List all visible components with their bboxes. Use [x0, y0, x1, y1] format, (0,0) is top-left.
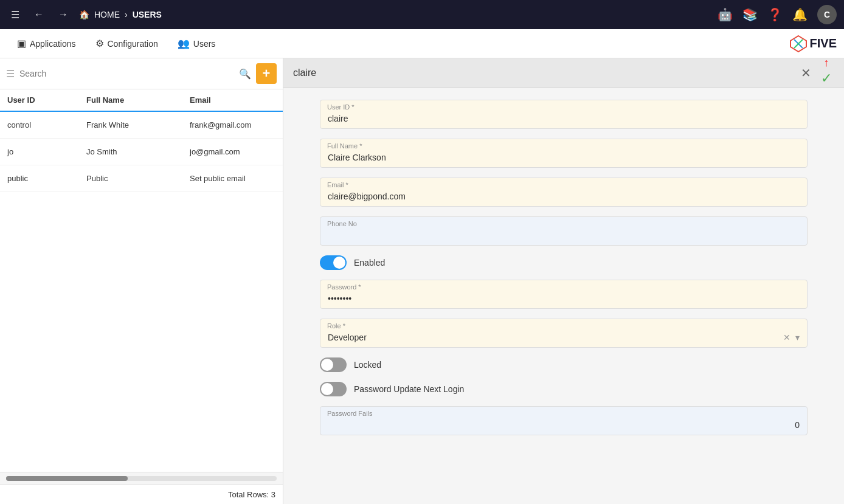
- total-rows-label: Total Rows: 3: [228, 490, 275, 499]
- forward-button[interactable]: →: [55, 7, 72, 22]
- role-field: Role * Developer ✕ ▾: [320, 319, 808, 348]
- password-input[interactable]: [320, 280, 808, 309]
- cell-email: Set public email: [182, 174, 283, 183]
- fullname-input[interactable]: [320, 139, 808, 168]
- password-field: Password *: [320, 280, 808, 309]
- breadcrumb: 🏠 HOME › USERS: [79, 10, 162, 19]
- add-button[interactable]: +: [256, 63, 277, 84]
- email-input[interactable]: [320, 178, 808, 207]
- cell-userid: control: [0, 120, 79, 129]
- password-update-label: Password Update Next Login: [354, 384, 464, 394]
- avatar[interactable]: C: [817, 5, 837, 24]
- table-row[interactable]: control Frank White frank@gmail.com: [0, 112, 283, 139]
- menu-button[interactable]: ☰: [7, 7, 23, 23]
- password-label: Password *: [327, 283, 361, 291]
- home-icon: 🏠: [79, 10, 89, 19]
- cell-fullname: Frank White: [79, 120, 182, 129]
- col-header-email: Email: [182, 95, 283, 105]
- cell-fullname: Public: [79, 174, 182, 183]
- password-update-row: Password Update Next Login: [320, 382, 808, 396]
- table-footer: Total Rows: 3: [0, 485, 283, 504]
- table-row[interactable]: public Public Set public email: [0, 165, 283, 192]
- userid-field: User ID *: [320, 100, 808, 129]
- email-label: Email *: [327, 181, 348, 188]
- robot-icon[interactable]: 🤖: [718, 7, 733, 22]
- role-clear-icon[interactable]: ✕: [783, 333, 790, 342]
- toggle-knob-locked: [321, 359, 333, 371]
- role-value: Developer: [328, 333, 783, 342]
- locked-row: Locked: [320, 357, 808, 372]
- phone-field: Phone No: [320, 216, 808, 246]
- enabled-toggle[interactable]: [320, 255, 347, 270]
- form-area: User ID * Full Name * Email *: [283, 88, 844, 504]
- password-update-toggle[interactable]: [320, 382, 347, 396]
- table-header: User ID Full Name Email: [0, 89, 283, 112]
- bell-icon[interactable]: 🔔: [792, 7, 808, 22]
- email-field: Email *: [320, 178, 808, 207]
- right-panel: claire ✕ ↑ ✓ User ID * Full N: [283, 58, 844, 504]
- red-arrow: ↑: [824, 57, 829, 68]
- sidebar-item-applications[interactable]: ▣ Applications: [7, 29, 86, 58]
- table-row[interactable]: jo Jo Smith jo@gmail.com: [0, 139, 283, 165]
- sidebar-item-users[interactable]: 👥 Users: [168, 29, 226, 58]
- breadcrumb-separator: ›: [125, 10, 128, 19]
- books-icon[interactable]: 📚: [742, 7, 758, 22]
- header-actions: ✕ ↑ ✓: [798, 57, 834, 89]
- record-title: claire: [293, 67, 798, 78]
- col-header-fullname: Full Name: [79, 95, 182, 105]
- cell-userid: public: [0, 174, 79, 183]
- password-fails-label: Password Fails: [327, 410, 373, 417]
- locked-toggle[interactable]: [320, 357, 347, 372]
- horizontal-scrollbar[interactable]: [6, 476, 277, 481]
- sub-nav: ▣ Applications ⚙ Configuration 👥 Users F…: [0, 29, 844, 58]
- fullname-field: Full Name *: [320, 139, 808, 168]
- search-bar: ☰ 🔍 +: [0, 58, 283, 89]
- scrollbar-thumb[interactable]: [6, 476, 128, 481]
- cell-userid: jo: [0, 147, 79, 156]
- cell-email: frank@gmail.com: [182, 120, 283, 129]
- five-logo-area: FIVE: [789, 35, 837, 53]
- password-fails-field: Password Fails 0: [320, 406, 808, 435]
- configuration-label: Configuration: [108, 39, 158, 49]
- table-body: control Frank White frank@gmail.com jo J…: [0, 112, 283, 292]
- sidebar-item-configuration[interactable]: ⚙ Configuration: [86, 29, 168, 58]
- cell-email: jo@gmail.com: [182, 147, 283, 156]
- left-panel: ☰ 🔍 + User ID Full Name Email control Fr…: [0, 58, 283, 504]
- phone-label: Phone No: [327, 220, 357, 227]
- save-button[interactable]: ✓: [818, 68, 834, 89]
- five-logo-text: FIVE: [810, 36, 837, 50]
- search-input[interactable]: [19, 69, 234, 78]
- phone-input[interactable]: [320, 216, 808, 246]
- userid-input[interactable]: [320, 100, 808, 129]
- users-label: Users: [193, 39, 216, 49]
- back-button[interactable]: ←: [30, 7, 47, 22]
- five-logo-icon: [789, 35, 808, 53]
- userid-label: User ID *: [327, 103, 355, 111]
- toggle-knob: [333, 257, 345, 269]
- role-dropdown-icon[interactable]: ▾: [795, 333, 800, 342]
- top-nav-actions: 🤖 📚 ❓ 🔔 C: [718, 5, 837, 24]
- applications-label: Applications: [30, 39, 76, 49]
- users-label: USERS: [133, 10, 162, 19]
- fullname-label: Full Name *: [327, 142, 362, 150]
- right-header: claire ✕ ↑ ✓: [283, 58, 844, 88]
- locked-label: Locked: [354, 360, 381, 370]
- horizontal-scrollbar-area: [0, 472, 283, 485]
- enabled-label: Enabled: [354, 258, 385, 268]
- close-button[interactable]: ✕: [798, 63, 814, 83]
- toggle-knob-pwupdate: [321, 383, 333, 395]
- search-icon[interactable]: 🔍: [239, 68, 251, 80]
- cell-fullname: Jo Smith: [79, 147, 182, 156]
- password-fails-value: 0: [795, 420, 800, 430]
- enabled-row: Enabled: [320, 255, 808, 270]
- users-icon: 👥: [178, 38, 190, 49]
- col-header-userid: User ID: [0, 95, 79, 105]
- configuration-icon: ⚙: [95, 38, 104, 49]
- top-nav: ☰ ← → 🏠 HOME › USERS 🤖 📚 ❓ 🔔 C: [0, 0, 844, 29]
- applications-icon: ▣: [17, 38, 26, 49]
- home-label[interactable]: HOME: [94, 10, 120, 19]
- main-layout: ☰ 🔍 + User ID Full Name Email control Fr…: [0, 58, 844, 504]
- help-icon[interactable]: ❓: [767, 7, 783, 22]
- filter-icon: ☰: [6, 68, 15, 80]
- role-label: Role *: [327, 322, 345, 330]
